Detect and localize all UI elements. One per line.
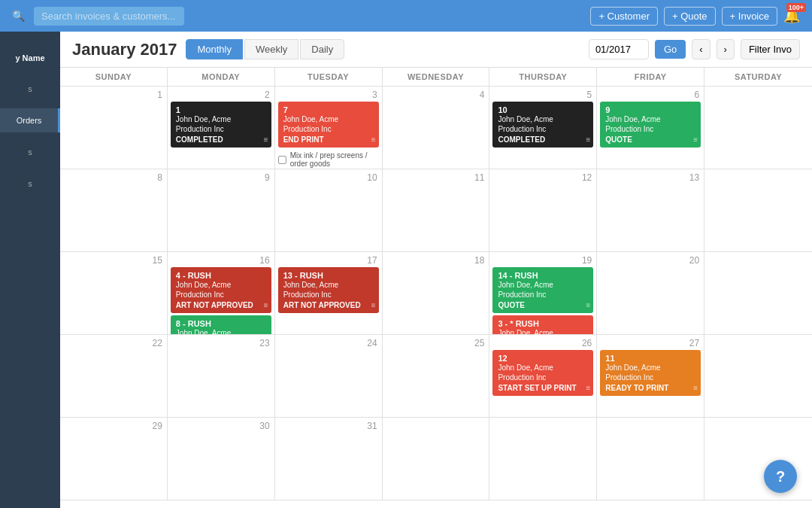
task-item: Mix ink / prep screens / order goods	[278, 150, 379, 169]
sidebar-item-s2[interactable]: s	[0, 140, 60, 164]
day-number: 20	[600, 255, 701, 266]
cal-cell-week2-day6	[704, 252, 812, 335]
cal-cell-week3-day2: 24	[275, 335, 383, 418]
event-id: 7	[283, 105, 374, 114]
cal-cell-week2-day3: 18	[383, 252, 490, 335]
date-input[interactable]	[589, 39, 649, 59]
tab-daily[interactable]: Daily	[300, 39, 344, 59]
day-header-monday: MONDAY	[168, 68, 275, 87]
event-customer-name: John Doe, Acme Production Inc	[283, 280, 374, 300]
event-card[interactable]: 14 - RUSHJohn Doe, Acme Production IncQU…	[492, 267, 593, 313]
main-content: January 2017 Monthly Weekly Daily Go ‹ ›…	[60, 32, 812, 508]
task-checkbox[interactable]	[278, 156, 286, 164]
event-menu-icon[interactable]: ≡	[586, 135, 590, 144]
event-id: 1	[176, 105, 266, 114]
company-name: y Name	[12, 47, 47, 69]
go-button[interactable]: Go	[655, 40, 686, 59]
event-id: 10	[498, 105, 588, 114]
sidebar: y Name s Orders s s	[0, 32, 60, 508]
cal-cell-week1-day1: 9	[168, 169, 275, 252]
cal-cell-week2-day5: 20	[597, 252, 704, 335]
event-id: 13 - RUSH	[283, 271, 374, 280]
event-card[interactable]: 9John Doe, Acme Production IncQUOTE≡	[600, 102, 701, 148]
event-status: COMPLETED	[176, 135, 266, 144]
event-card[interactable]: 10John Doe, Acme Production IncCOMPLETED…	[492, 102, 593, 148]
cal-cell-week3-day0: 22	[60, 335, 168, 418]
sidebar-item-orders[interactable]: Orders	[0, 108, 60, 132]
cal-cell-week2-day1: 164 - RUSHJohn Doe, Acme Production IncA…	[168, 252, 275, 335]
cal-cell-week2-day0: 15	[60, 252, 168, 335]
event-menu-icon[interactable]: ≡	[586, 384, 590, 392]
cal-cell-week3-day4: 2612John Doe, Acme Production IncSTART S…	[489, 335, 597, 418]
day-header-saturday: SATURDAY	[704, 68, 812, 87]
event-id: 11	[605, 354, 695, 363]
cal-cell-week4-day1: 30	[168, 418, 275, 500]
event-card[interactable]: 13 - RUSHJohn Doe, Acme Production IncAR…	[278, 267, 379, 313]
event-id: 8 - RUSH	[176, 319, 266, 328]
event-card[interactable]: 8 - RUSHJohn Doe, Acme Production IncQUO…	[171, 315, 271, 335]
event-menu-icon[interactable]: ≡	[264, 301, 268, 309]
notifications-bell[interactable]: 🔔 100+	[783, 8, 800, 24]
cal-cell-week2-day4: 1914 - RUSHJohn Doe, Acme Production Inc…	[489, 252, 597, 335]
event-card[interactable]: 12John Doe, Acme Production IncSTART SET…	[492, 350, 593, 396]
cal-cell-week3-day6	[704, 335, 812, 418]
next-month-button[interactable]: ›	[717, 39, 735, 59]
calendar-body: 121John Doe, Acme Production IncCOMPLETE…	[60, 87, 812, 500]
event-status: START SET UP PRINT	[498, 384, 588, 392]
day-number: 17	[278, 255, 379, 266]
sidebar-item-s1[interactable]: s	[0, 77, 60, 101]
event-card[interactable]: 7John Doe, Acme Production IncEND PRINT≡	[278, 102, 379, 148]
event-menu-icon[interactable]: ≡	[586, 301, 590, 309]
notification-badge: 100+	[786, 3, 806, 12]
day-number: 8	[63, 172, 164, 183]
day-number: 26	[492, 338, 593, 348]
calendar-nav-right: Go ‹ › Filter Invo	[589, 39, 800, 59]
day-number: 3	[278, 90, 379, 100]
calendar-header: January 2017 Monthly Weekly Daily Go ‹ ›…	[60, 32, 812, 68]
event-customer-name: John Doe, Acme Production Inc	[283, 114, 374, 134]
day-header-wednesday: WEDNESDAY	[383, 68, 490, 87]
event-menu-icon[interactable]: ≡	[371, 135, 376, 144]
day-number: 12	[492, 172, 593, 183]
day-number: 29	[63, 421, 164, 431]
search-input[interactable]	[34, 7, 184, 26]
tab-weekly[interactable]: Weekly	[244, 39, 298, 59]
prev-month-button[interactable]: ‹	[692, 39, 710, 59]
event-card[interactable]: 3 - * RUSHJohn Doe, Acme Production IncE…	[492, 315, 593, 335]
event-status: QUOTE	[605, 135, 695, 144]
cal-cell-week0-day3: 4	[383, 87, 490, 169]
view-tabs: Monthly Weekly Daily	[186, 39, 344, 59]
day-number: 16	[171, 255, 271, 266]
help-button[interactable]: ?	[764, 460, 797, 493]
day-number: 5	[492, 90, 593, 100]
cal-cell-week0-day1: 21John Doe, Acme Production IncCOMPLETED…	[168, 87, 275, 169]
sidebar-item-s3[interactable]: s	[0, 172, 60, 196]
add-quote-button[interactable]: + Quote	[664, 7, 716, 26]
day-header-sunday: SUNDAY	[60, 68, 168, 87]
cal-cell-week1-day2: 10	[275, 169, 383, 252]
event-card[interactable]: 1John Doe, Acme Production IncCOMPLETED≡	[171, 102, 271, 148]
event-card[interactable]: 4 - RUSHJohn Doe, Acme Production IncART…	[171, 267, 271, 313]
event-customer-name: John Doe, Acme Production Inc	[605, 114, 695, 134]
day-number: 1	[63, 90, 164, 100]
event-status: COMPLETED	[498, 135, 588, 144]
event-menu-icon[interactable]: ≡	[264, 135, 268, 144]
cal-cell-week4-day0: 29	[60, 418, 168, 500]
tab-monthly[interactable]: Monthly	[186, 39, 243, 59]
event-menu-icon[interactable]: ≡	[371, 301, 376, 309]
event-id: 9	[605, 105, 695, 114]
day-header-friday: FRIDAY	[597, 68, 704, 87]
filter-invoices-button[interactable]: Filter Invo	[741, 39, 800, 59]
event-menu-icon[interactable]: ≡	[693, 135, 698, 144]
day-number: 13	[600, 172, 701, 183]
day-number: 4	[386, 90, 486, 100]
add-invoice-button[interactable]: + Invoice	[722, 7, 777, 26]
cal-cell-week0-day4: 510John Doe, Acme Production IncCOMPLETE…	[489, 87, 597, 169]
event-menu-icon[interactable]: ≡	[693, 384, 698, 392]
event-status: QUOTE	[498, 301, 588, 309]
day-number: 22	[63, 338, 164, 348]
top-navigation: 🔍 + Customer + Quote + Invoice 🔔 100+	[0, 0, 812, 32]
add-customer-button[interactable]: + Customer	[590, 7, 658, 26]
event-customer-name: John Doe, Acme Production Inc	[176, 280, 266, 300]
event-card[interactable]: 11John Doe, Acme Production IncREADY TO …	[600, 350, 701, 396]
